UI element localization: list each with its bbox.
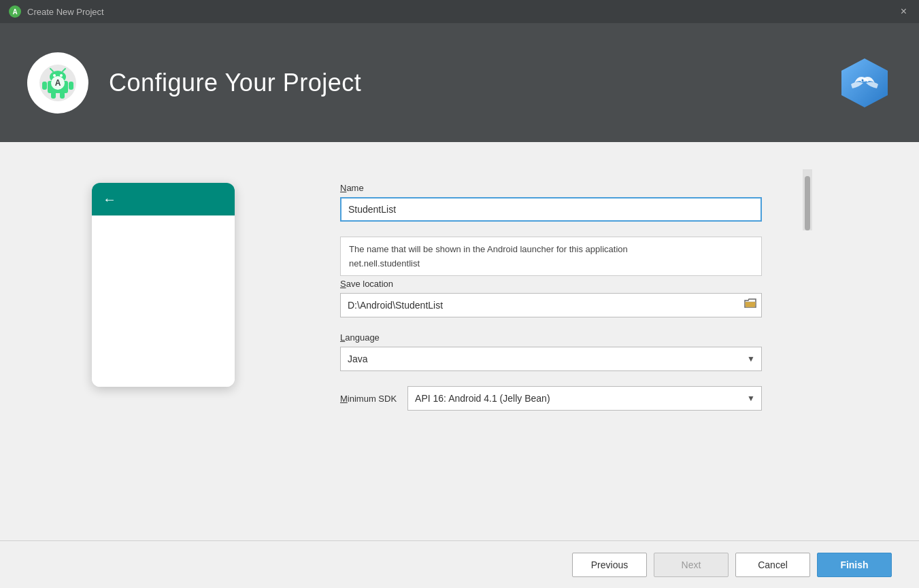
- scrollbar-thumb[interactable]: [805, 176, 810, 230]
- min-sdk-label: Minimum SDK: [340, 394, 397, 404]
- svg-rect-9: [42, 82, 47, 90]
- phone-mock: ←: [92, 183, 235, 387]
- save-location-input[interactable]: [340, 293, 762, 317]
- back-arrow-icon: ←: [103, 192, 116, 207]
- min-sdk-select-wrapper: API 16: Android 4.1 (Jelly Bean) API 21:…: [407, 386, 762, 411]
- save-location-label: Save location: [340, 279, 762, 289]
- footer: Previous Next Cancel Finish: [0, 540, 919, 588]
- folder-icon: [744, 298, 756, 309]
- close-button[interactable]: ×: [897, 4, 911, 19]
- scrollbar[interactable]: [803, 169, 812, 230]
- svg-point-6: [60, 74, 63, 77]
- min-sdk-group: Minimum SDK API 16: Android 4.1 (Jelly B…: [340, 386, 762, 411]
- title-bar: A Create New Project ×: [0, 0, 919, 23]
- app-icon: A: [8, 5, 22, 18]
- browse-folder-button[interactable]: [744, 298, 756, 312]
- phone-preview-area: ←: [0, 169, 327, 387]
- svg-rect-12: [60, 92, 65, 99]
- svg-rect-10: [69, 82, 73, 90]
- svg-marker-15: [841, 58, 888, 107]
- main-content: ← NNameame The name that will be shown i…: [0, 142, 919, 540]
- header: A Configure Your Project: [0, 23, 919, 142]
- android-studio-logo: A: [38, 63, 78, 103]
- name-input[interactable]: [340, 197, 762, 222]
- cancel-button[interactable]: Cancel: [735, 553, 810, 577]
- finish-button[interactable]: Finish: [817, 553, 892, 577]
- previous-button[interactable]: Previous: [572, 553, 647, 577]
- save-location-group: Save location: [340, 279, 762, 317]
- bird-logo: [837, 56, 892, 110]
- title-bar-text: Create New Project: [27, 7, 104, 17]
- svg-text:A: A: [55, 78, 61, 88]
- hint-text: The name that will be shown in the Andro…: [349, 244, 753, 254]
- page-title: Configure Your Project: [109, 69, 361, 97]
- language-select[interactable]: Java Kotlin: [340, 347, 762, 371]
- hint-box: The name that will be shown in the Andro…: [340, 237, 762, 276]
- svg-rect-11: [51, 92, 56, 99]
- logo-circle: A: [27, 52, 88, 114]
- language-select-wrapper: Java Kotlin ▼: [340, 347, 762, 371]
- form-area: NNameame The name that will be shown in …: [327, 169, 803, 439]
- save-location-wrapper: [340, 293, 762, 317]
- language-group: Language Java Kotlin ▼: [340, 332, 762, 371]
- package-hint: net.nell.studentlist: [349, 258, 753, 269]
- language-label: Language: [340, 332, 762, 343]
- phone-body: [92, 215, 235, 387]
- phone-toolbar: ←: [92, 183, 235, 215]
- svg-text:A: A: [12, 8, 17, 16]
- name-field-group: NNameame: [340, 183, 762, 222]
- next-button: Next: [654, 553, 729, 577]
- name-label: NNameame: [340, 183, 762, 193]
- svg-point-16: [862, 79, 864, 81]
- svg-point-5: [53, 74, 56, 77]
- min-sdk-select[interactable]: API 16: Android 4.1 (Jelly Bean) API 21:…: [407, 386, 762, 411]
